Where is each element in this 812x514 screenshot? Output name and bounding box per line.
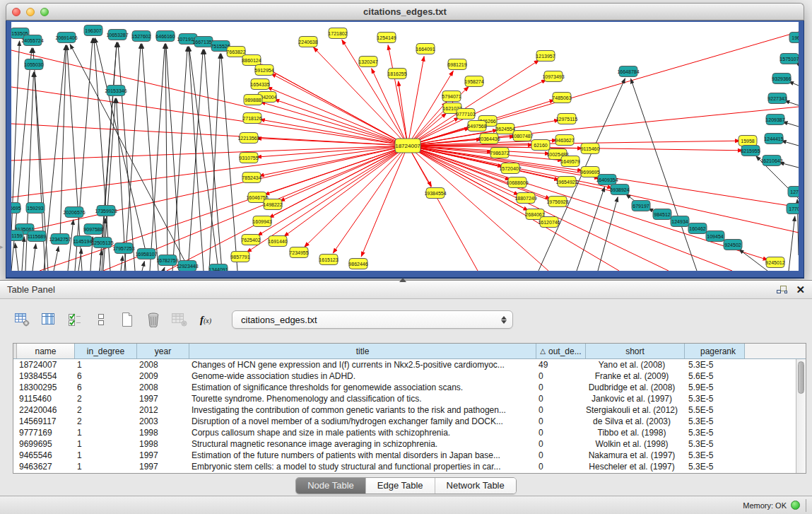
network-node[interactable]: 1664091 — [416, 44, 435, 54]
network-node[interactable]: 20153346 — [105, 86, 126, 96]
network-node[interactable]: 12710 — [788, 187, 799, 197]
table-row[interactable]: 946554611997Estimation of the future num… — [13, 450, 806, 461]
network-node[interactable]: 984512 — [653, 209, 671, 220]
row-height-icon[interactable] — [90, 309, 112, 330]
network-node[interactable]: 24055724 — [21, 35, 43, 46]
network-node[interactable]: 10688609 — [506, 177, 528, 188]
network-node[interactable]: 16958107 — [135, 249, 157, 259]
network-node[interactable]: 19384554 — [424, 188, 446, 199]
network-node[interactable]: 17957253 — [112, 243, 134, 254]
network-node[interactable]: 1320247 — [358, 57, 377, 67]
column-header-out_de[interactable]: △out_de... — [536, 344, 586, 358]
network-node[interactable]: 16210643 — [760, 156, 782, 166]
network-node[interactable]: 7234955 — [289, 247, 308, 258]
network-node[interactable]: 1816255 — [387, 69, 406, 79]
table-settings-icon[interactable] — [11, 309, 34, 330]
network-node[interactable]: 9329366 — [772, 74, 791, 84]
network-node[interactable]: 1213957 — [536, 51, 555, 62]
network-node[interactable]: 20364436 — [478, 134, 500, 144]
table-row[interactable]: 969969511998Structural magnetic resonanc… — [13, 438, 806, 450]
network-node[interactable]: 7625402 — [241, 235, 260, 245]
column-header-in_degree[interactable]: in_degree — [75, 344, 137, 358]
network-node[interactable]: 5794071 — [442, 91, 461, 102]
table-row[interactable]: 977716911998Corpus callosum shape and si… — [13, 427, 806, 438]
network-node[interactable]: 12213563 — [237, 133, 259, 144]
table-row[interactable]: 911546021997Tourette syndrome. Phenomeno… — [13, 393, 806, 404]
network-node[interactable]: 16782759 — [156, 255, 178, 266]
network-node[interactable]: 15720407 — [499, 163, 521, 174]
network-node[interactable]: 124934 — [671, 216, 689, 227]
network-node[interactable]: 15958 — [739, 136, 757, 146]
float-panel-icon[interactable] — [776, 285, 787, 294]
network-node[interactable]: 20691406 — [55, 33, 77, 43]
splitter-handle[interactable] — [399, 278, 406, 282]
network-node[interactable]: 1958274 — [464, 76, 483, 87]
network-node[interactable]: 16648784 — [617, 66, 639, 77]
tab-network-table[interactable]: Network Table — [435, 478, 516, 493]
network-node[interactable]: 3624554 — [495, 124, 514, 134]
network-node[interactable]: 19617 — [789, 33, 799, 43]
network-node[interactable]: 12923448 — [176, 261, 198, 271]
network-node[interactable]: 7485063 — [552, 93, 571, 103]
table-row[interactable]: 1872400712008Changes of HCN gene express… — [13, 359, 806, 370]
close-window-button[interactable] — [12, 8, 20, 16]
column-header-name[interactable]: name — [17, 344, 75, 358]
network-node[interactable]: 1575107 — [779, 54, 799, 64]
network-node[interactable]: 679197 — [632, 201, 650, 211]
network-node[interactable]: 1254149 — [377, 33, 396, 43]
close-panel-icon[interactable]: ✕ — [796, 284, 805, 295]
network-node[interactable]: 16409354 — [596, 175, 618, 185]
network-node[interactable]: 17359928 — [95, 206, 117, 216]
function-builder-icon[interactable]: f(x) — [194, 309, 217, 330]
network-node[interactable]: 9699695 — [580, 167, 599, 177]
network-node[interactable]: 8860124 — [242, 55, 261, 66]
network-node[interactable]: 1721802 — [328, 28, 347, 39]
network-node[interactable]: 109454 — [706, 231, 724, 242]
network-node[interactable]: 196307 — [84, 25, 102, 36]
table-row[interactable]: 1938455462009Genome-wide association stu… — [13, 370, 806, 382]
network-node[interactable]: 159293 — [26, 203, 45, 214]
network-node[interactable]: 989888 — [244, 95, 262, 105]
network-node[interactable]: 1344091 — [208, 264, 228, 271]
network-node[interactable]: 62160 — [531, 140, 550, 151]
network-node[interactable]: 1654335 — [250, 79, 269, 90]
network-node[interactable]: 17704 — [787, 204, 799, 214]
network-node[interactable]: 924502 — [724, 240, 742, 250]
network-node[interactable]: 9097588 — [83, 224, 102, 235]
network-node[interactable]: 2526695 — [11, 203, 21, 214]
table-row[interactable]: 1456911722003Disruption of a novel membe… — [13, 416, 806, 427]
network-node[interactable]: 6497568 — [467, 121, 486, 132]
network-node[interactable]: 5912954 — [254, 65, 273, 76]
network-node[interactable]: 6981219 — [447, 59, 466, 70]
network-node[interactable]: 18807249 — [514, 193, 536, 204]
window-titlebar[interactable]: citations_edges.txt — [6, 3, 804, 21]
network-node[interactable]: 1609943 — [252, 216, 271, 227]
network-node[interactable]: 160462 — [688, 223, 707, 234]
column-header-pagerank[interactable]: pagerank — [685, 344, 745, 358]
tab-node-table[interactable]: Node Table — [296, 478, 366, 493]
network-node[interactable]: 16120746 — [538, 217, 560, 228]
network-node[interactable]: 7986372 — [490, 148, 509, 158]
network-node[interactable]: 7852434 — [242, 173, 261, 183]
network-node[interactable]: 9115460 — [581, 144, 600, 154]
network-node[interactable]: 1691440 — [268, 236, 287, 247]
network-node[interactable]: 1527602 — [131, 31, 151, 42]
table-row[interactable]: 946362711997Embryonic stem cells: a mode… — [13, 461, 806, 472]
hub-network-node[interactable]: 18724007 — [395, 139, 420, 153]
column-header-short[interactable]: short — [586, 344, 685, 358]
select-rows-icon[interactable] — [64, 309, 86, 330]
network-node[interactable]: 19756928 — [546, 197, 568, 207]
zoom-window-button[interactable] — [40, 8, 49, 16]
table-row[interactable]: 1830029562008Estimation of significance … — [13, 382, 806, 393]
network-node[interactable]: 1615123 — [319, 255, 338, 265]
table-select-dropdown[interactable]: citations_edges.txt — [232, 310, 513, 329]
network-node[interactable]: 8215955 — [741, 146, 760, 156]
minimize-window-button[interactable] — [26, 8, 35, 16]
network-node[interactable]: 9777103 — [456, 109, 475, 119]
network-node[interactable]: 20206576 — [63, 207, 85, 218]
network-node[interactable]: 9862446 — [348, 259, 367, 269]
network-node[interactable]: 12975115 — [556, 114, 578, 124]
network-node[interactable]: 9857791 — [230, 252, 249, 262]
network-canvas[interactable]: 1872400715350524055724206914061963071065… — [11, 22, 799, 271]
delete-table-icon[interactable] — [142, 309, 165, 330]
